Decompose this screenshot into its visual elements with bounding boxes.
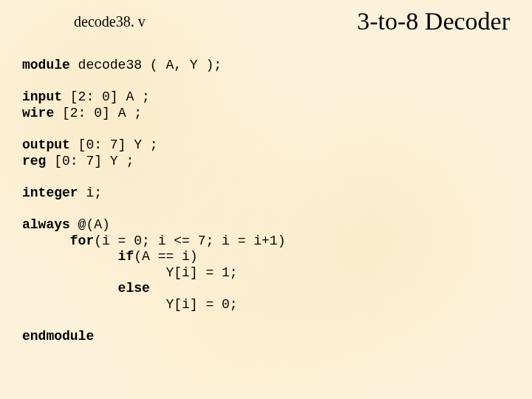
- kw-reg: reg: [22, 154, 46, 168]
- kw-integer: integer: [22, 185, 78, 200]
- code-text: [0: 7] Y ;: [46, 154, 134, 168]
- code-text: [0: 7] Y ;: [70, 137, 158, 152]
- kw-for: for: [22, 233, 94, 248]
- kw-endmodule: endmodule: [22, 329, 94, 344]
- code-block: module decode38 ( A, Y ); input [2: 0] A…: [22, 58, 285, 345]
- code-text: @(A): [70, 217, 110, 232]
- code-text: (A == i): [134, 249, 197, 264]
- kw-always: always: [22, 217, 70, 232]
- kw-input: input: [22, 89, 62, 104]
- code-text: (i = 0; i <= 7; i = i+1): [94, 233, 285, 248]
- code-text: [2: 0] A ;: [54, 106, 142, 120]
- code-text: Y[i] = 0;: [22, 297, 238, 312]
- code-text: decode38 ( A, Y );: [70, 58, 222, 72]
- kw-else: else: [22, 281, 150, 296]
- code-text: Y[i] = 1;: [22, 265, 238, 280]
- filename-label: decode38. v: [74, 13, 146, 30]
- slide-title: 3-to-8 Decoder: [357, 7, 510, 35]
- code-text: [2: 0] A ;: [62, 89, 150, 104]
- code-text: i;: [78, 185, 102, 200]
- kw-module: module: [22, 58, 70, 72]
- kw-if: if: [22, 249, 134, 264]
- kw-wire: wire: [22, 106, 54, 120]
- kw-output: output: [22, 137, 70, 152]
